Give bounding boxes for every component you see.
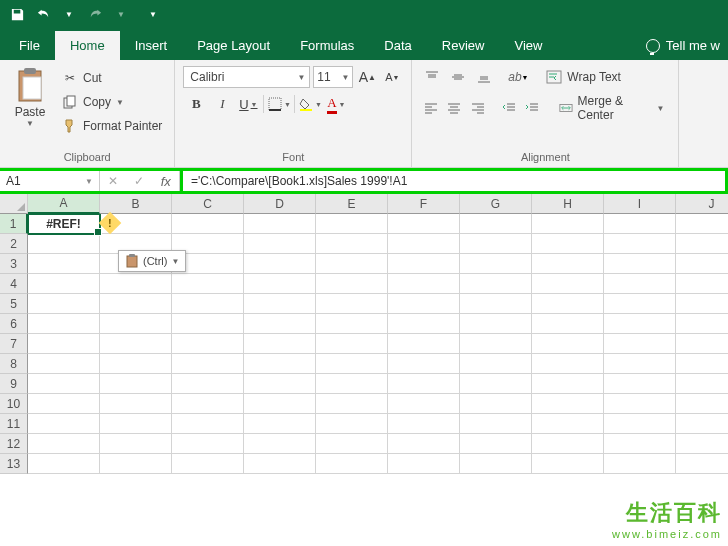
cell[interactable] <box>460 234 532 254</box>
cell[interactable] <box>604 454 676 474</box>
cell[interactable] <box>100 434 172 454</box>
cell[interactable] <box>100 394 172 414</box>
row-header-9[interactable]: 9 <box>0 374 28 394</box>
cell[interactable] <box>388 434 460 454</box>
tab-view[interactable]: View <box>499 31 557 60</box>
cell[interactable] <box>676 454 728 474</box>
cell[interactable] <box>532 334 604 354</box>
cell[interactable] <box>460 354 532 374</box>
cell-A1[interactable]: #REF! <box>28 214 100 234</box>
cell[interactable] <box>676 434 728 454</box>
cell[interactable] <box>460 314 532 334</box>
font-size-select[interactable]: 11 ▼ <box>313 66 353 88</box>
decrease-indent-button[interactable] <box>498 97 519 119</box>
cell[interactable] <box>28 374 100 394</box>
col-header-H[interactable]: H <box>532 194 604 214</box>
cell[interactable] <box>28 354 100 374</box>
cell[interactable] <box>316 214 388 234</box>
cell[interactable] <box>316 394 388 414</box>
cell[interactable] <box>244 254 316 274</box>
cell[interactable] <box>676 254 728 274</box>
cell[interactable] <box>676 294 728 314</box>
align-center-button[interactable] <box>444 97 465 119</box>
cell[interactable] <box>28 234 100 254</box>
cell[interactable] <box>604 374 676 394</box>
name-box[interactable]: A1 ▼ <box>0 171 100 191</box>
cell[interactable] <box>100 374 172 394</box>
cell[interactable] <box>532 354 604 374</box>
cell[interactable] <box>28 314 100 334</box>
cell[interactable] <box>316 454 388 474</box>
cell[interactable] <box>172 414 244 434</box>
cell[interactable] <box>532 274 604 294</box>
cell[interactable] <box>676 334 728 354</box>
cell[interactable] <box>244 234 316 254</box>
cell[interactable] <box>388 334 460 354</box>
cell[interactable] <box>676 394 728 414</box>
align-left-button[interactable] <box>420 97 441 119</box>
tab-formulas[interactable]: Formulas <box>285 31 369 60</box>
cell[interactable] <box>172 454 244 474</box>
align-top-button[interactable] <box>420 66 444 88</box>
tab-home[interactable]: Home <box>55 31 120 60</box>
cell[interactable] <box>244 434 316 454</box>
cell[interactable] <box>388 274 460 294</box>
cell[interactable] <box>460 334 532 354</box>
underline-button[interactable]: U▼ <box>235 92 261 116</box>
cell[interactable] <box>172 434 244 454</box>
cell[interactable] <box>460 414 532 434</box>
col-header-C[interactable]: C <box>172 194 244 214</box>
tab-file[interactable]: File <box>4 31 55 60</box>
tab-data[interactable]: Data <box>369 31 426 60</box>
paste-button[interactable]: Paste ▼ <box>8 64 52 148</box>
cell[interactable] <box>172 394 244 414</box>
cell[interactable] <box>604 434 676 454</box>
row-header-12[interactable]: 12 <box>0 434 28 454</box>
cell[interactable] <box>532 314 604 334</box>
cell[interactable] <box>460 274 532 294</box>
cell[interactable] <box>388 454 460 474</box>
row-header-13[interactable]: 13 <box>0 454 28 474</box>
cut-button[interactable]: ✂ Cut <box>58 68 166 88</box>
undo-dropdown-icon[interactable]: ▼ <box>60 5 78 23</box>
cell[interactable] <box>676 354 728 374</box>
cell[interactable] <box>604 414 676 434</box>
cell[interactable] <box>388 314 460 334</box>
enter-icon[interactable]: ✓ <box>134 174 144 188</box>
align-right-button[interactable] <box>467 97 488 119</box>
redo-dropdown-icon[interactable]: ▼ <box>112 5 130 23</box>
row-header-10[interactable]: 10 <box>0 394 28 414</box>
cell[interactable] <box>532 434 604 454</box>
cell[interactable] <box>676 314 728 334</box>
cell[interactable] <box>316 374 388 394</box>
cell[interactable] <box>316 254 388 274</box>
format-painter-button[interactable]: Format Painter <box>58 116 166 136</box>
cancel-icon[interactable]: ✕ <box>108 174 118 188</box>
cell[interactable] <box>388 414 460 434</box>
col-header-B[interactable]: B <box>100 194 172 214</box>
cell[interactable] <box>316 354 388 374</box>
cell[interactable] <box>676 374 728 394</box>
cell[interactable] <box>28 274 100 294</box>
cell[interactable] <box>172 274 244 294</box>
col-header-I[interactable]: I <box>604 194 676 214</box>
increase-indent-button[interactable] <box>521 97 542 119</box>
cell[interactable] <box>172 214 244 234</box>
cell[interactable] <box>460 294 532 314</box>
fx-icon[interactable]: fx <box>161 174 171 189</box>
cell[interactable] <box>100 354 172 374</box>
cell[interactable] <box>388 254 460 274</box>
cell[interactable] <box>244 314 316 334</box>
cell[interactable] <box>604 214 676 234</box>
cell[interactable] <box>28 294 100 314</box>
cell[interactable] <box>532 254 604 274</box>
borders-button[interactable]: ▼ <box>266 92 292 116</box>
cell[interactable] <box>316 414 388 434</box>
col-header-G[interactable]: G <box>460 194 532 214</box>
cell[interactable] <box>388 234 460 254</box>
cell[interactable] <box>244 214 316 234</box>
row-header-7[interactable]: 7 <box>0 334 28 354</box>
cell[interactable] <box>100 454 172 474</box>
cell[interactable] <box>460 374 532 394</box>
cell[interactable] <box>388 214 460 234</box>
